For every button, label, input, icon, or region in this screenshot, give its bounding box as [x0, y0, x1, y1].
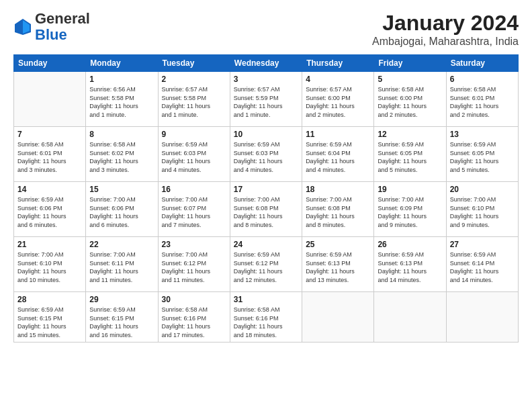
day-header-saturday: Saturday	[446, 55, 518, 72]
calendar-cell: 22Sunrise: 7:00 AMSunset: 6:11 PMDayligh…	[86, 237, 158, 292]
day-info: Sunrise: 6:59 AMSunset: 6:03 PMDaylight:…	[162, 140, 226, 174]
day-info: Sunrise: 6:59 AMSunset: 6:15 PMDaylight:…	[89, 306, 154, 339]
day-number: 8	[89, 130, 154, 139]
calendar-cell: 1Sunrise: 6:56 AMSunset: 5:58 PMDaylight…	[86, 72, 158, 127]
calendar-cell: 13Sunrise: 6:59 AMSunset: 6:05 PMDayligh…	[446, 127, 518, 182]
calendar-week-row: 1Sunrise: 6:56 AMSunset: 5:58 PMDaylight…	[14, 72, 519, 127]
calendar-week-row: 28Sunrise: 6:59 AMSunset: 6:15 PMDayligh…	[14, 292, 519, 342]
day-header-friday: Friday	[374, 55, 446, 72]
day-info: Sunrise: 6:58 AMSunset: 6:01 PMDaylight:…	[17, 140, 82, 174]
calendar-cell: 29Sunrise: 6:59 AMSunset: 6:15 PMDayligh…	[86, 292, 158, 342]
day-number: 26	[378, 240, 442, 249]
logo-icon	[13, 17, 32, 36]
calendar-cell: 10Sunrise: 6:59 AMSunset: 6:03 PMDayligh…	[230, 127, 302, 182]
calendar-cell	[14, 72, 86, 127]
day-number: 30	[162, 295, 226, 304]
day-number: 23	[162, 240, 226, 249]
calendar-cell	[446, 292, 518, 342]
month-year: January 2024	[372, 11, 519, 36]
day-number: 29	[89, 295, 154, 304]
day-info: Sunrise: 7:00 AMSunset: 6:11 PMDaylight:…	[89, 250, 154, 284]
day-number: 5	[378, 75, 442, 84]
calendar-cell: 7Sunrise: 6:58 AMSunset: 6:01 PMDaylight…	[14, 127, 86, 182]
day-info: Sunrise: 7:00 AMSunset: 6:09 PMDaylight:…	[378, 195, 442, 229]
day-number: 16	[162, 185, 226, 194]
day-info: Sunrise: 6:59 AMSunset: 6:06 PMDaylight:…	[17, 195, 82, 229]
page: General Blue January 2024 Ambajogai, Mah…	[0, 0, 532, 411]
calendar-cell: 21Sunrise: 7:00 AMSunset: 6:10 PMDayligh…	[14, 237, 86, 292]
day-number: 12	[378, 130, 442, 139]
day-number: 31	[234, 295, 298, 304]
calendar-cell: 17Sunrise: 7:00 AMSunset: 6:08 PMDayligh…	[230, 182, 302, 237]
day-info: Sunrise: 7:00 AMSunset: 6:10 PMDaylight:…	[17, 250, 82, 284]
calendar-cell: 8Sunrise: 6:58 AMSunset: 6:02 PMDaylight…	[86, 127, 158, 182]
day-number: 17	[234, 185, 298, 194]
day-info: Sunrise: 7:00 AMSunset: 6:06 PMDaylight:…	[89, 195, 154, 229]
logo-text: General Blue	[35, 11, 90, 43]
day-header-wednesday: Wednesday	[230, 55, 302, 72]
calendar-cell: 14Sunrise: 6:59 AMSunset: 6:06 PMDayligh…	[14, 182, 86, 237]
calendar-week-row: 14Sunrise: 6:59 AMSunset: 6:06 PMDayligh…	[14, 182, 519, 237]
day-number: 1	[89, 75, 154, 84]
day-info: Sunrise: 6:58 AMSunset: 6:16 PMDaylight:…	[162, 306, 226, 339]
calendar-cell: 20Sunrise: 7:00 AMSunset: 6:10 PMDayligh…	[446, 182, 518, 237]
calendar-cell: 18Sunrise: 7:00 AMSunset: 6:08 PMDayligh…	[302, 182, 374, 237]
calendar-cell: 26Sunrise: 6:59 AMSunset: 6:13 PMDayligh…	[374, 237, 446, 292]
calendar-cell: 12Sunrise: 6:59 AMSunset: 6:05 PMDayligh…	[374, 127, 446, 182]
calendar-cell: 6Sunrise: 6:58 AMSunset: 6:01 PMDaylight…	[446, 72, 518, 127]
day-number: 21	[17, 240, 82, 249]
day-number: 15	[89, 185, 154, 194]
calendar-cell	[302, 292, 374, 342]
calendar-cell: 19Sunrise: 7:00 AMSunset: 6:09 PMDayligh…	[374, 182, 446, 237]
day-number: 24	[234, 240, 298, 249]
title-block: January 2024 Ambajogai, Maharashtra, Ind…	[372, 11, 519, 48]
day-info: Sunrise: 6:58 AMSunset: 6:01 PMDaylight:…	[450, 85, 515, 119]
day-number: 11	[306, 130, 370, 139]
day-info: Sunrise: 6:59 AMSunset: 6:03 PMDaylight:…	[234, 140, 298, 174]
day-info: Sunrise: 6:59 AMSunset: 6:14 PMDaylight:…	[450, 250, 515, 284]
day-number: 20	[450, 185, 515, 194]
day-info: Sunrise: 6:58 AMSunset: 6:02 PMDaylight:…	[89, 140, 154, 174]
calendar-cell: 2Sunrise: 6:57 AMSunset: 5:58 PMDaylight…	[158, 72, 230, 127]
calendar-cell: 27Sunrise: 6:59 AMSunset: 6:14 PMDayligh…	[446, 237, 518, 292]
day-info: Sunrise: 6:57 AMSunset: 6:00 PMDaylight:…	[306, 85, 370, 119]
calendar-cell: 25Sunrise: 6:59 AMSunset: 6:13 PMDayligh…	[302, 237, 374, 292]
logo-general: General	[35, 10, 90, 27]
day-number: 28	[17, 295, 82, 304]
calendar-cell: 3Sunrise: 6:57 AMSunset: 5:59 PMDaylight…	[230, 72, 302, 127]
calendar-cell: 28Sunrise: 6:59 AMSunset: 6:15 PMDayligh…	[14, 292, 86, 342]
day-info: Sunrise: 6:59 AMSunset: 6:13 PMDaylight:…	[306, 250, 370, 284]
day-header-sunday: Sunday	[14, 55, 86, 72]
day-info: Sunrise: 7:00 AMSunset: 6:07 PMDaylight:…	[162, 195, 226, 229]
calendar-cell: 23Sunrise: 7:00 AMSunset: 6:12 PMDayligh…	[158, 237, 230, 292]
day-number: 6	[450, 75, 515, 84]
day-info: Sunrise: 6:56 AMSunset: 5:58 PMDaylight:…	[89, 85, 154, 119]
calendar-week-row: 21Sunrise: 7:00 AMSunset: 6:10 PMDayligh…	[14, 237, 519, 292]
day-info: Sunrise: 6:59 AMSunset: 6:15 PMDaylight:…	[17, 306, 82, 339]
day-info: Sunrise: 7:00 AMSunset: 6:12 PMDaylight:…	[162, 250, 226, 284]
day-info: Sunrise: 7:00 AMSunset: 6:10 PMDaylight:…	[450, 195, 515, 229]
day-info: Sunrise: 6:58 AMSunset: 6:00 PMDaylight:…	[378, 85, 442, 119]
day-number: 3	[234, 75, 298, 84]
day-number: 10	[234, 130, 298, 139]
calendar-week-row: 7Sunrise: 6:58 AMSunset: 6:01 PMDaylight…	[14, 127, 519, 182]
calendar-cell: 15Sunrise: 7:00 AMSunset: 6:06 PMDayligh…	[86, 182, 158, 237]
calendar-cell: 4Sunrise: 6:57 AMSunset: 6:00 PMDaylight…	[302, 72, 374, 127]
calendar-cell: 24Sunrise: 6:59 AMSunset: 6:12 PMDayligh…	[230, 237, 302, 292]
day-number: 7	[17, 130, 82, 139]
day-info: Sunrise: 6:57 AMSunset: 5:59 PMDaylight:…	[234, 85, 298, 119]
logo: General Blue	[13, 11, 90, 43]
day-info: Sunrise: 6:59 AMSunset: 6:12 PMDaylight:…	[234, 250, 298, 284]
calendar-cell: 9Sunrise: 6:59 AMSunset: 6:03 PMDaylight…	[158, 127, 230, 182]
calendar-cell: 30Sunrise: 6:58 AMSunset: 6:16 PMDayligh…	[158, 292, 230, 342]
calendar-cell: 11Sunrise: 6:59 AMSunset: 6:04 PMDayligh…	[302, 127, 374, 182]
logo-blue: Blue	[35, 26, 67, 43]
day-number: 4	[306, 75, 370, 84]
calendar-cell	[374, 292, 446, 342]
calendar: SundayMondayTuesdayWednesdayThursdayFrid…	[13, 54, 519, 342]
day-info: Sunrise: 6:57 AMSunset: 5:58 PMDaylight:…	[162, 85, 226, 119]
day-header-tuesday: Tuesday	[158, 55, 230, 72]
day-info: Sunrise: 7:00 AMSunset: 6:08 PMDaylight:…	[306, 195, 370, 229]
day-info: Sunrise: 6:59 AMSunset: 6:05 PMDaylight:…	[450, 140, 515, 174]
header: General Blue January 2024 Ambajogai, Mah…	[13, 11, 519, 48]
